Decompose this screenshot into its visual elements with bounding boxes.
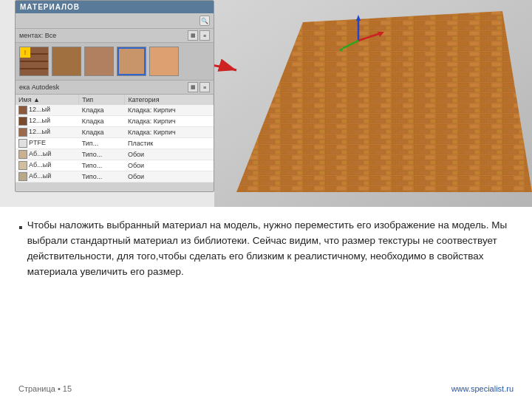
col-type: Тип — [79, 95, 125, 105]
cell-category: Обои — [125, 160, 214, 171]
table-row[interactable]: 12...ый Кладка Кладка: Кирпич — [16, 127, 214, 138]
cell-type: Тип... — [79, 138, 125, 149]
table-header-row: Имя ▲ Тип Категория — [16, 95, 214, 105]
color-swatch — [18, 161, 27, 170]
bullet-char: ▪ — [18, 219, 23, 237]
table-row[interactable]: Аб...ый Типо... Обои — [16, 149, 214, 160]
cell-name: PTFE — [16, 138, 79, 149]
library-name: ека Autodesk — [19, 83, 59, 91]
footer-bullet: • — [58, 384, 63, 393]
filter-icons: ▦ ≡ — [188, 30, 210, 41]
viewport-area — [214, 0, 532, 207]
cell-name: 12...ый — [16, 127, 79, 138]
search-icon[interactable]: 🔍 — [200, 16, 210, 26]
col-category: Категория — [125, 95, 214, 105]
panel-header: МАТЕРИАЛОВ — [16, 1, 214, 13]
color-swatch — [18, 172, 27, 181]
list-view-button[interactable]: ≡ — [200, 30, 210, 41]
page-number: 15 — [63, 384, 72, 393]
panel-title: МАТЕРИАЛОВ — [20, 3, 80, 11]
page-label: Страница — [18, 384, 55, 393]
cell-type: Типо... — [79, 160, 125, 171]
page-info: Страница • 15 — [18, 384, 72, 393]
cell-name: Аб...ый — [16, 149, 79, 160]
website-url[interactable]: www.specialist.ru — [451, 384, 514, 393]
cell-type: Кладка — [79, 105, 125, 116]
thumbnail-2[interactable] — [52, 47, 81, 76]
arrow-svg — [214, 52, 244, 89]
bottom-content: ▪ Чтобы наложить выбранный материал на м… — [0, 207, 532, 399]
cell-type: Кладка — [79, 127, 125, 138]
table-row[interactable]: Аб...ый Типо... Обои — [16, 160, 214, 171]
color-swatch — [18, 117, 27, 126]
body-text: Чтобы наложить выбранный материал на мод… — [27, 218, 514, 280]
library-label-bar: ека Autodesk ▦ ≡ — [16, 81, 214, 95]
cell-category: Пластик — [125, 138, 214, 149]
panel-search-bar: 🔍 — [16, 13, 214, 29]
page-container: МАТЕРИАЛОВ 🔍 ментах: Все ▦ ≡ ! — [0, 0, 532, 399]
color-swatch — [18, 128, 27, 137]
cell-category: Обои — [125, 171, 214, 183]
color-swatch — [18, 150, 27, 159]
cell-category: Обои — [125, 149, 214, 160]
table-row[interactable]: 12...ый Кладка Кладка: Кирпич — [16, 105, 214, 116]
table-row[interactable]: PTFE Тип... Пластик — [16, 138, 214, 149]
cell-category: Кладка: Кирпич — [125, 116, 214, 127]
cell-category: Кладка: Кирпич — [125, 105, 214, 116]
panel-filter-bar: ментах: Все ▦ ≡ — [16, 29, 214, 43]
table-row[interactable]: Аб...ый Типо... Обои — [16, 171, 214, 183]
thumbnail-4[interactable] — [117, 47, 146, 76]
col-name: Имя ▲ — [16, 95, 79, 105]
filter-label: ментах: Все — [19, 32, 56, 39]
warning-icon: ! — [20, 47, 30, 58]
table-row[interactable]: 12...ый Кладка Кладка: Кирпич — [16, 116, 214, 127]
thumbnail-strip: ! — [16, 43, 214, 81]
website-text: www.specialist.ru — [451, 384, 514, 393]
cell-type: Кладка — [79, 116, 125, 127]
cell-category: Кладка: Кирпич — [125, 127, 214, 138]
cell-name: 12...ый — [16, 105, 79, 116]
library-view-icons: ▦ ≡ — [188, 82, 210, 92]
viewport-svg — [214, 0, 532, 207]
color-swatch — [18, 139, 27, 148]
cell-type: Типо... — [79, 171, 125, 183]
material-table-container: Имя ▲ Тип Категория 12...ый Кладка Кладк… — [16, 95, 214, 191]
cell-name: Аб...ый — [16, 160, 79, 171]
lib-list-button[interactable]: ≡ — [200, 82, 210, 92]
bullet-point-block: ▪ Чтобы наложить выбранный материал на м… — [18, 218, 514, 280]
thumbnail-1[interactable]: ! — [19, 47, 49, 76]
cell-type: Типо... — [79, 149, 125, 160]
material-panel: МАТЕРИАЛОВ 🔍 ментах: Все ▦ ≡ ! — [15, 0, 214, 192]
thumbnail-5[interactable] — [149, 47, 179, 76]
cell-name: 12...ый — [16, 116, 79, 127]
cell-name: Аб...ый — [16, 171, 79, 183]
material-table: Имя ▲ Тип Категория 12...ый Кладка Кладк… — [16, 95, 214, 183]
thumbnail-3[interactable] — [84, 47, 114, 76]
top-image-area: МАТЕРИАЛОВ 🔍 ментах: Все ▦ ≡ ! — [0, 0, 532, 207]
color-swatch — [18, 106, 27, 115]
footer: Страница • 15 www.specialist.ru — [0, 384, 532, 393]
grid-view-button[interactable]: ▦ — [188, 30, 198, 41]
lib-grid-button[interactable]: ▦ — [188, 82, 198, 92]
